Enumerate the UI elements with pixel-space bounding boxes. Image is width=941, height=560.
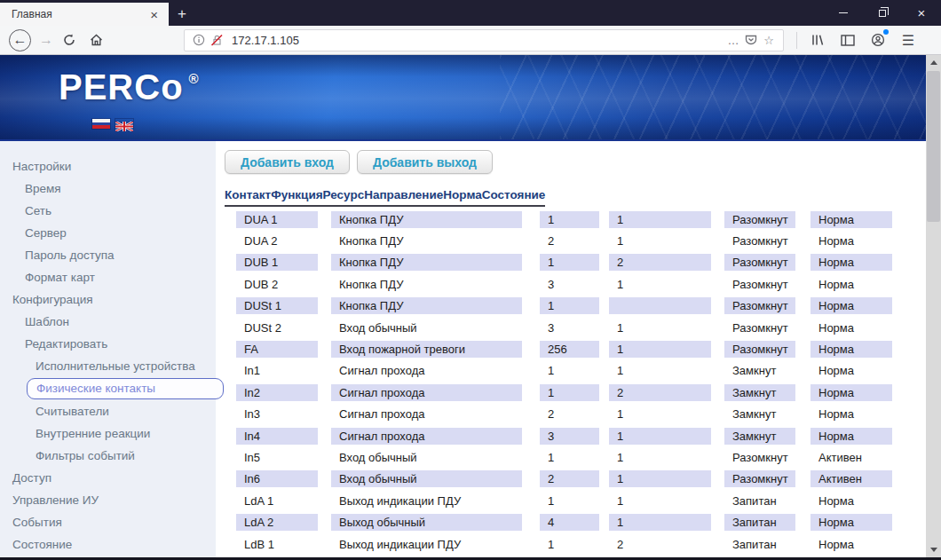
sidebar-item[interactable]: Сервер xyxy=(0,222,216,244)
table-row[interactable]: DUB 1 Кнопка ПДУ 1 2 Разомкнут Норма xyxy=(225,252,926,273)
cell-state[interactable]: Норма xyxy=(811,384,892,401)
cell-resource[interactable]: 3 xyxy=(540,276,599,293)
cell-norm[interactable]: Разомкнут xyxy=(724,276,795,293)
cell-norm[interactable]: Разомкнут xyxy=(724,449,795,466)
cell-norm[interactable]: Разомкнут xyxy=(724,233,795,249)
cell-direction[interactable]: 1 xyxy=(609,493,711,509)
cell-norm[interactable]: Разомкнут xyxy=(724,341,795,358)
cell-direction[interactable]: 1 xyxy=(609,470,711,487)
tab-close-icon[interactable]: × xyxy=(148,7,160,22)
sidebar-item[interactable]: Физические контакты xyxy=(27,378,224,399)
cell-norm[interactable]: Запитан xyxy=(724,493,795,509)
cell-state[interactable]: Норма xyxy=(811,362,892,379)
cell-resource[interactable]: 3 xyxy=(540,428,599,445)
cell-function[interactable]: Вход обычный xyxy=(331,319,522,336)
cell-norm[interactable]: Замкнут xyxy=(724,362,795,379)
page-scrollbar[interactable] xyxy=(926,55,941,557)
sidebar-item[interactable]: Фильтры событий xyxy=(0,445,216,467)
cell-contact[interactable]: DUA 2 xyxy=(236,233,318,249)
sidebar-item[interactable]: Формат карт xyxy=(0,266,216,288)
table-row[interactable]: LdB 1 Выход индикации ПДУ 1 2 Запитан Но… xyxy=(225,533,926,555)
sidebar-item[interactable]: Шаблон xyxy=(0,311,216,333)
cell-direction[interactable]: 1 xyxy=(609,406,711,422)
cell-resource[interactable]: 1 xyxy=(540,536,599,553)
cell-direction[interactable]: 1 xyxy=(609,233,711,249)
cell-contact[interactable]: In2 xyxy=(236,384,318,401)
cell-norm[interactable]: Разомкнут xyxy=(724,470,795,487)
library-icon[interactable] xyxy=(806,28,829,51)
sidebar-item[interactable]: Конфигурация xyxy=(0,288,216,311)
home-button[interactable] xyxy=(84,28,107,51)
url-text[interactable]: 172.17.1.105 xyxy=(232,34,724,47)
cell-resource[interactable]: 3 xyxy=(540,319,599,336)
sidebar-item[interactable]: Исполнительные устройства xyxy=(0,355,216,377)
cell-direction[interactable]: 1 xyxy=(609,514,711,531)
cell-state[interactable]: Норма xyxy=(811,319,892,336)
cell-state[interactable]: Норма xyxy=(811,276,892,293)
table-row[interactable]: LdA 2 Выход обычный 4 1 Запитан Норма xyxy=(225,511,926,532)
cell-resource[interactable]: 1 xyxy=(540,297,599,314)
cell-direction[interactable]: 1 xyxy=(609,319,711,336)
cell-norm[interactable]: Разомкнут xyxy=(724,297,795,314)
cell-function[interactable]: Сигнал прохода xyxy=(331,362,522,379)
cell-norm[interactable]: Замкнут xyxy=(724,406,795,422)
cell-function[interactable]: Сигнал прохода xyxy=(331,384,522,401)
cell-contact[interactable]: In4 xyxy=(236,428,318,445)
table-row[interactable]: DUA 1 Кнопка ПДУ 1 1 Разомкнут Норма xyxy=(225,209,926,230)
cell-function[interactable]: Кнопка ПДУ xyxy=(331,297,522,314)
cell-direction[interactable]: 1 xyxy=(609,341,711,358)
cell-resource[interactable]: 1 xyxy=(540,493,599,509)
cell-function[interactable]: Кнопка ПДУ xyxy=(331,233,522,249)
cell-function[interactable]: Кнопка ПДУ xyxy=(331,211,522,228)
sidebar-item[interactable]: Редактировать xyxy=(0,333,216,355)
cell-state[interactable]: Норма xyxy=(811,406,892,422)
cell-direction[interactable]: 1 xyxy=(609,211,711,228)
scrollbar-down-arrow[interactable] xyxy=(926,542,941,557)
window-close-button[interactable]: × xyxy=(902,0,941,26)
cell-contact[interactable]: FA xyxy=(236,341,318,358)
cell-direction[interactable]: 1 xyxy=(609,276,711,293)
add-button[interactable]: Добавить выход xyxy=(357,150,493,174)
cell-direction[interactable]: 2 xyxy=(609,536,711,553)
menu-hamburger-icon[interactable]: ☰ xyxy=(897,28,920,51)
cell-resource[interactable]: 1 xyxy=(540,254,599,271)
cell-resource[interactable]: 1 xyxy=(540,362,599,379)
cell-norm[interactable]: Замкнут xyxy=(724,428,795,445)
cell-function[interactable]: Сигнал прохода xyxy=(331,406,522,422)
table-row[interactable]: In2 Сигнал прохода 1 2 Замкнут Норма xyxy=(225,382,926,403)
cell-state[interactable]: Активен xyxy=(811,470,892,487)
table-row[interactable]: DUB 2 Кнопка ПДУ 3 1 Разомкнут Норма xyxy=(225,273,926,295)
sidebar-item[interactable]: Управление ИУ xyxy=(0,489,216,511)
cell-function[interactable]: Кнопка ПДУ xyxy=(331,254,522,271)
cell-function[interactable]: Сигнал прохода xyxy=(331,428,522,445)
sidebar-item[interactable]: Доступ xyxy=(0,467,216,489)
sidebar-item[interactable]: События xyxy=(0,511,216,533)
cell-state[interactable]: Норма xyxy=(811,493,892,509)
cell-function[interactable]: Вход пожарной тревоги xyxy=(331,341,522,358)
cell-resource[interactable]: 256 xyxy=(540,341,599,358)
cell-resource[interactable]: 1 xyxy=(540,384,599,401)
pocket-icon[interactable] xyxy=(742,31,760,49)
cell-function[interactable]: Вход обычный xyxy=(331,449,522,466)
sidebar-item[interactable]: Сеть xyxy=(0,200,216,222)
cell-function[interactable]: Вход обычный xyxy=(331,470,522,487)
forward-button[interactable]: → xyxy=(35,28,58,51)
scrollbar-thumb[interactable] xyxy=(927,71,940,222)
cell-contact[interactable]: In5 xyxy=(236,449,318,466)
uk-flag-icon[interactable] xyxy=(115,119,133,129)
cell-state[interactable]: Норма xyxy=(811,514,892,531)
browser-tab-active[interactable]: Главная × xyxy=(0,3,169,26)
sidebar-item[interactable]: Состояние xyxy=(0,533,216,556)
cell-direction[interactable]: 2 xyxy=(609,254,711,271)
sidebar-item[interactable]: Считыватели xyxy=(0,400,216,422)
cell-norm[interactable]: Разомкнут xyxy=(724,319,795,336)
table-row[interactable]: FA Вход пожарной тревоги 256 1 Разомкнут… xyxy=(225,338,926,359)
cell-contact[interactable]: LdA 1 xyxy=(236,493,318,509)
table-row[interactable]: In4 Сигнал прохода 3 1 Замкнут Норма xyxy=(225,425,926,446)
table-row[interactable]: In5 Вход обычный 1 1 Разомкнут Активен xyxy=(225,446,926,468)
cell-resource[interactable]: 2 xyxy=(540,233,599,249)
cell-state[interactable]: Норма xyxy=(811,233,892,249)
cell-direction[interactable]: 2 xyxy=(609,384,711,401)
cell-contact[interactable]: LdB 1 xyxy=(236,536,318,553)
cell-contact[interactable]: In3 xyxy=(236,406,318,422)
